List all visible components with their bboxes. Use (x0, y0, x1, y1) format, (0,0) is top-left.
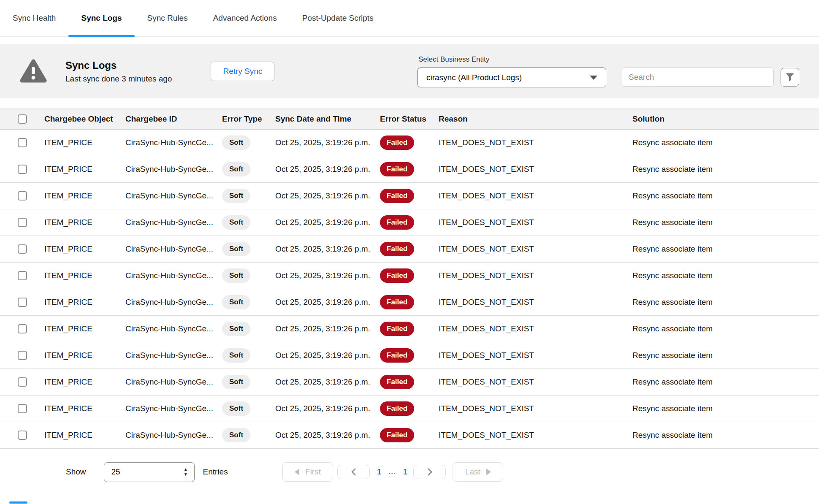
tab-label: Sync Health (13, 14, 56, 23)
entries-per-page-group: Show 25 ▲ ▼ Entries (66, 462, 228, 482)
pagination-last-button[interactable]: Last (453, 462, 503, 482)
row-checkbox[interactable] (18, 298, 27, 307)
table-row: ITEM_PRICE CiraSync-Hub-SyncGe... Soft O… (0, 263, 819, 289)
cell-reason: ITEM_DOES_NOT_EXIST (439, 209, 632, 236)
cell-solution: Resync associate item (632, 183, 819, 209)
filter-button[interactable] (781, 68, 799, 87)
pagination-first-button[interactable]: First (282, 462, 333, 482)
tab-sync-logs[interactable]: Sync Logs (68, 0, 134, 36)
tab-label: Advanced Actions (213, 14, 277, 23)
tab-post-update-scripts[interactable]: Post-Update Scripts (290, 0, 386, 36)
row-checkbox[interactable] (18, 377, 27, 387)
col-header-error-type: Error Type (222, 109, 275, 130)
cell-solution: Resync associate item (632, 236, 819, 263)
chevron-left-icon (349, 467, 359, 477)
row-checkbox[interactable] (18, 244, 27, 254)
col-header-chargebee-id: Chargebee ID (125, 109, 222, 130)
row-checkbox[interactable] (18, 271, 27, 280)
search-input[interactable] (621, 68, 774, 87)
table-row: ITEM_PRICE CiraSync-Hub-SyncGe... Soft O… (0, 209, 819, 236)
row-checkbox[interactable] (18, 138, 27, 147)
page-number-last[interactable]: 1 (403, 467, 408, 477)
error-status-badge: Failed (380, 215, 414, 230)
row-checkbox[interactable] (18, 324, 27, 333)
business-entity-block: Select Business Entity cirasync (All Pro… (418, 55, 606, 87)
cell-reason: ITEM_DOES_NOT_EXIST (439, 422, 632, 449)
cell-chargebee-id: CiraSync-Hub-SyncGe... (125, 183, 222, 209)
table-row: ITEM_PRICE CiraSync-Hub-SyncGe... Soft O… (0, 342, 819, 369)
page-number-current[interactable]: 1 (377, 467, 382, 477)
sync-logs-table: Chargebee Object Chargebee ID Error Type… (0, 108, 819, 449)
cell-chargebee-object: ITEM_PRICE (44, 130, 125, 156)
business-entity-label: Select Business Entity (418, 55, 606, 64)
cell-solution: Resync associate item (632, 422, 819, 449)
cell-chargebee-id: CiraSync-Hub-SyncGe... (125, 396, 222, 422)
business-entity-select[interactable]: cirasync (All Product Logs) (418, 68, 606, 87)
entries-value: 25 (111, 467, 120, 477)
entries-per-page-input[interactable]: 25 ▲ ▼ (104, 462, 195, 482)
cell-sync-date: Oct 25, 2025, 3:19:26 p.m. (275, 422, 380, 449)
table-row: ITEM_PRICE CiraSync-Hub-SyncGe... Soft O… (0, 396, 819, 422)
sync-logs-page: Sync Health Sync Logs Sync Rules Advance… (0, 0, 819, 504)
error-status-badge: Failed (380, 375, 414, 389)
error-type-badge: Soft (222, 295, 250, 309)
tab-sync-health[interactable]: Sync Health (0, 0, 68, 36)
col-header-solution: Solution (632, 109, 819, 130)
table-row: ITEM_PRICE CiraSync-Hub-SyncGe... Soft O… (0, 183, 819, 209)
table-footer: Show 25 ▲ ▼ Entries First 1 ... (0, 458, 819, 485)
row-checkbox[interactable] (18, 351, 27, 360)
spinner-down-icon[interactable]: ▼ (183, 472, 189, 477)
cell-sync-date: Oct 25, 2025, 3:19:26 p.m. (275, 263, 380, 289)
cell-chargebee-object: ITEM_PRICE (44, 369, 125, 396)
error-status-badge: Failed (380, 189, 414, 203)
cell-chargebee-id: CiraSync-Hub-SyncGe... (125, 316, 222, 342)
table-row: ITEM_PRICE CiraSync-Hub-SyncGe... Soft O… (0, 369, 819, 396)
pagination-next-button[interactable] (413, 465, 446, 479)
row-checkbox[interactable] (18, 431, 27, 440)
cell-solution: Resync associate item (632, 396, 819, 422)
cell-solution: Resync associate item (632, 289, 819, 316)
cell-solution: Resync associate item (632, 263, 819, 289)
error-status-badge: Failed (380, 401, 414, 416)
row-checkbox[interactable] (18, 191, 27, 201)
row-checkbox[interactable] (18, 404, 27, 413)
error-type-badge: Soft (222, 162, 250, 176)
cell-sync-date: Oct 25, 2025, 3:19:26 p.m. (275, 156, 380, 183)
error-type-badge: Soft (222, 348, 250, 363)
table-row: ITEM_PRICE CiraSync-Hub-SyncGe... Soft O… (0, 422, 819, 449)
page-title: Sync Logs (65, 60, 172, 71)
error-type-badge: Soft (222, 375, 250, 389)
cell-reason: ITEM_DOES_NOT_EXIST (439, 342, 632, 369)
select-all-checkbox[interactable] (18, 114, 27, 124)
log-table-body: ITEM_PRICE CiraSync-Hub-SyncGe... Soft O… (0, 130, 819, 449)
cell-chargebee-id: CiraSync-Hub-SyncGe... (125, 209, 222, 236)
tab-label: Sync Logs (81, 14, 122, 23)
cell-chargebee-object: ITEM_PRICE (44, 183, 125, 209)
cell-sync-date: Oct 25, 2025, 3:19:26 p.m. (275, 289, 380, 316)
table-row: ITEM_PRICE CiraSync-Hub-SyncGe... Soft O… (0, 130, 819, 156)
spinner-up-icon[interactable]: ▲ (183, 467, 189, 472)
retry-sync-button[interactable]: Retry Sync (211, 62, 274, 81)
row-checkbox[interactable] (18, 218, 27, 227)
error-type-badge: Soft (222, 135, 250, 150)
tab-label: Sync Rules (147, 14, 188, 23)
cell-chargebee-id: CiraSync-Hub-SyncGe... (125, 342, 222, 369)
show-label: Show (66, 467, 86, 477)
pagination-prev-button[interactable] (337, 465, 370, 479)
cell-chargebee-object: ITEM_PRICE (44, 342, 125, 369)
cell-reason: ITEM_DOES_NOT_EXIST (439, 183, 632, 209)
last-sync-status: Last sync done 3 minutes ago (65, 74, 172, 84)
header-controls: Select Business Entity cirasync (All Pro… (418, 55, 799, 87)
error-type-badge: Soft (222, 215, 250, 230)
error-type-badge: Soft (222, 242, 250, 256)
cell-chargebee-object: ITEM_PRICE (44, 316, 125, 342)
tab-advanced-actions[interactable]: Advanced Actions (201, 0, 290, 36)
tab-sync-rules[interactable]: Sync Rules (135, 0, 201, 36)
row-checkbox[interactable] (18, 165, 27, 174)
horizontal-scrollbar-thumb[interactable] (9, 501, 27, 504)
cell-reason: ITEM_DOES_NOT_EXIST (439, 369, 632, 396)
sync-logs-header: Sync Logs Last sync done 3 minutes ago R… (0, 44, 819, 98)
entries-label: Entries (203, 467, 228, 477)
tab-label: Post-Update Scripts (302, 14, 374, 23)
cell-solution: Resync associate item (632, 369, 819, 396)
